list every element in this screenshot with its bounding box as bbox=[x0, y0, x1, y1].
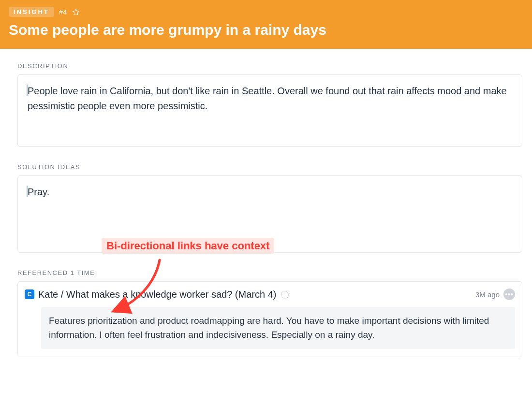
references-block: REFERENCED 1 TIME C Kate / What makes a … bbox=[17, 269, 522, 357]
page-title: Some people are more grumpy in a rainy d… bbox=[9, 22, 523, 38]
reference-header: C Kate / What makes a knowledge worker s… bbox=[25, 289, 515, 300]
reference-timestamp: 3M ago bbox=[475, 290, 500, 299]
description-editor[interactable]: People love rain in California, but don'… bbox=[17, 74, 522, 147]
reference-meta: 3M ago ••• bbox=[475, 289, 515, 300]
reference-chip-icon: C bbox=[25, 289, 34, 299]
description-block: DESCRIPTION People love rain in Californ… bbox=[17, 62, 522, 147]
description-label: DESCRIPTION bbox=[17, 62, 522, 70]
main-content: DESCRIPTION People love rain in Californ… bbox=[0, 49, 532, 367]
references-label: REFERENCED 1 TIME bbox=[17, 269, 522, 276]
star-icon[interactable] bbox=[72, 8, 80, 16]
reference-card[interactable]: C Kate / What makes a knowledge worker s… bbox=[17, 281, 522, 357]
solution-ideas-text: Pray. bbox=[28, 187, 49, 197]
issue-number: #4 bbox=[59, 8, 67, 16]
ellipsis-icon: ••• bbox=[505, 290, 514, 298]
reference-title[interactable]: Kate / What makes a knowledge worker sad… bbox=[38, 289, 289, 300]
more-menu-button[interactable]: ••• bbox=[503, 289, 515, 300]
header-meta-row: INSIGHT #4 bbox=[9, 7, 523, 17]
status-dotted-icon bbox=[281, 291, 289, 299]
page-header: INSIGHT #4 Some people are more grumpy i… bbox=[0, 0, 532, 49]
solution-ideas-label: SOLUTION IDEAS bbox=[17, 163, 522, 171]
reference-quote: Features prioritization and product road… bbox=[41, 307, 515, 349]
solution-ideas-editor[interactable]: Pray. bbox=[17, 175, 522, 253]
solution-ideas-block: SOLUTION IDEAS Pray. bbox=[17, 163, 522, 253]
type-badge: INSIGHT bbox=[9, 7, 54, 17]
description-text: People love rain in California, but don'… bbox=[28, 86, 507, 111]
reference-title-text: Kate / What makes a knowledge worker sad… bbox=[38, 289, 276, 300]
